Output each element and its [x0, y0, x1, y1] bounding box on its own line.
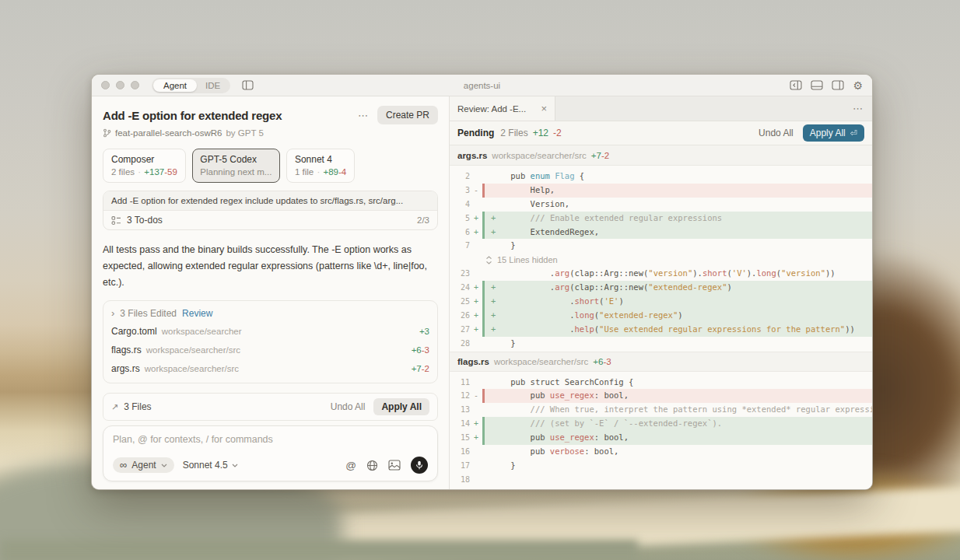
agent-card-sonnet-4[interactable]: Sonnet 41 file · +89-4 [286, 149, 355, 183]
diff-line: 17 } [450, 459, 872, 473]
minimize-window-button[interactable] [116, 81, 124, 89]
create-pr-button[interactable]: Create PR [377, 106, 438, 124]
review-panel: Review: Add -E... × ⋯ Pending 2 Files +1… [450, 96, 872, 489]
file-stats: +6-3 [412, 345, 429, 355]
card-name: Composer [111, 154, 177, 165]
diff-line: 28 } [450, 337, 872, 351]
diff-line: 11 pub struct SearchConfig { [450, 376, 872, 390]
diff-file-header[interactable]: flags.rsworkspace/searcher/src+6-3 [450, 352, 872, 372]
web-globe-icon[interactable] [366, 460, 378, 471]
line-number: 27 [450, 323, 470, 337]
line-number: 16 [450, 445, 470, 459]
review-apply-all-button[interactable]: Apply All ⏎ [803, 124, 864, 142]
diff-sign [470, 459, 482, 473]
code-text: + ExtendedRegex, [485, 226, 599, 240]
code-text: pub verbose: bool, [485, 445, 618, 459]
composer-placeholder[interactable]: Plan, @ for contexts, / for commands [113, 434, 428, 445]
panel-left-icon[interactable] [790, 80, 802, 90]
microphone-button[interactable] [411, 457, 428, 474]
apply-all-label: Apply All [810, 128, 846, 138]
line-number: 28 [450, 337, 470, 351]
agent-cards: Composer2 files · +137-59GPT-5 CodexPlan… [103, 149, 438, 183]
files-edited-list: Cargo.tomlworkspace/searcher+3flags.rswo… [111, 322, 429, 378]
review-undo-all-button[interactable]: Undo All [759, 128, 798, 138]
composer-icons: @ [345, 457, 428, 474]
agent-mode-select[interactable]: ∞ Agent [113, 457, 174, 473]
diff-sign: + [470, 417, 482, 431]
model-select[interactable]: Sonnet 4.5 [183, 460, 238, 471]
composer-controls: ∞ Agent Sonnet 4.5 @ [113, 457, 428, 474]
files-edited-label: 3 Files Edited [120, 308, 177, 319]
code-text: /// (set by `-E` / `--extended-regex`). [485, 417, 722, 431]
sidebar-toggle-icon[interactable] [242, 80, 254, 90]
code-text: pub struct SearchConfig { [485, 376, 633, 390]
prompt-box[interactable]: Add -E option for extended regex include… [103, 191, 438, 230]
close-icon[interactable]: × [541, 103, 547, 114]
pending-files-count: 2 Files [500, 128, 527, 138]
diff-line: 13 /// When true, interpret the pattern … [450, 403, 872, 417]
diff-line: 24++ .arg(clap::Arg::new("extended-regex… [450, 281, 872, 295]
tab-agent[interactable]: Agent [153, 79, 197, 92]
mention-icon[interactable]: @ [345, 460, 356, 471]
line-number: 17 [450, 459, 470, 473]
composer-input[interactable]: Plan, @ for contexts, / for commands ∞ A… [103, 425, 438, 481]
diff-line: 5++ /// Enable extended regular expressi… [450, 212, 872, 226]
diff-section-args-rs: args.rsworkspace/searcher/src+7-22 pub e… [450, 145, 872, 352]
window-controls: ⚙ [790, 80, 863, 90]
panel-right-icon[interactable] [832, 80, 844, 90]
diff-line: 27++ .help("Use extended regular express… [450, 323, 872, 337]
line-number: 6 [450, 226, 470, 240]
chevron-right-icon[interactable]: › [111, 310, 114, 317]
hidden-lines-expander[interactable]: 15 Lines hidden [450, 253, 872, 267]
more-options-icon[interactable]: ⋯ [349, 110, 377, 121]
diff-sign [470, 267, 482, 281]
file-row-flags-rs[interactable]: flags.rsworkspace/searcher/src+6-3 [111, 341, 429, 359]
file-path: workspace/searcher [162, 327, 242, 336]
review-link[interactable]: Review [182, 308, 212, 319]
diff-file-header[interactable]: args.rsworkspace/searcher/src+7-2 [450, 145, 872, 166]
agent-card-gpt-5-codex[interactable]: GPT-5 CodexPlanning next m... [192, 149, 280, 183]
apply-all-button[interactable]: Apply All [373, 398, 429, 415]
agent-summary: All tests pass and the binary builds suc… [103, 242, 438, 291]
todos-row[interactable]: 3 To-dos 2/3 [103, 211, 437, 229]
file-row-cargo-toml[interactable]: Cargo.tomlworkspace/searcher+3 [111, 322, 429, 341]
agent-card-composer[interactable]: Composer2 files · +137-59 [103, 149, 186, 183]
diff-sign: + [470, 295, 482, 309]
prompt-text[interactable]: Add -E option for extended regex include… [103, 191, 437, 211]
undo-all-button[interactable]: Undo All [331, 401, 369, 412]
settings-gear-icon[interactable]: ⚙ [853, 81, 863, 90]
tab-more-icon[interactable]: ⋯ [853, 103, 872, 114]
diff-sign [470, 337, 482, 351]
code-text: } [485, 337, 516, 351]
image-icon[interactable] [388, 460, 401, 471]
close-window-button[interactable] [101, 81, 110, 89]
pending-label: Pending [457, 128, 494, 138]
line-number: 25 [450, 295, 470, 309]
line-number: 15 [450, 431, 470, 445]
diff-sign: + [470, 309, 482, 323]
diff-sign [470, 445, 482, 459]
diff-sign: + [470, 226, 482, 240]
zoom-window-button[interactable] [131, 81, 139, 89]
panel-bottom-icon[interactable] [811, 80, 823, 90]
line-number: 23 [450, 267, 470, 281]
code-text: Version, [485, 198, 569, 212]
diff-file-stats: +7-2 [591, 151, 609, 160]
code-text: Help, [485, 184, 555, 198]
main-split: Add -E option for extended regex ⋯ Creat… [92, 96, 872, 489]
file-row-args-rs[interactable]: args.rsworkspace/searcher/src+7-2 [111, 359, 429, 378]
diff-sign [470, 198, 482, 212]
branch-row: feat-parallel-search-oswR6 by GPT 5 [103, 128, 438, 138]
review-tab-title: Review: Add -E... [457, 104, 526, 114]
titlebar: agents-ui Agent IDE ⚙ [92, 75, 872, 96]
code-text: /// When true, interpret the pattern usi… [485, 403, 872, 417]
card-name: GPT-5 Codex [200, 154, 272, 165]
file-name: flags.rs [111, 345, 142, 355]
review-tab[interactable]: Review: Add -E... × [450, 96, 555, 121]
files-count-label[interactable]: 3 Files [124, 401, 151, 412]
files-edited-header[interactable]: › 3 Files Edited Review [111, 304, 429, 322]
agent-mode-label: Agent [131, 460, 156, 471]
diff-line: 4 Version, [450, 198, 872, 212]
diff-sign [470, 170, 482, 184]
tab-ide[interactable]: IDE [197, 79, 229, 92]
